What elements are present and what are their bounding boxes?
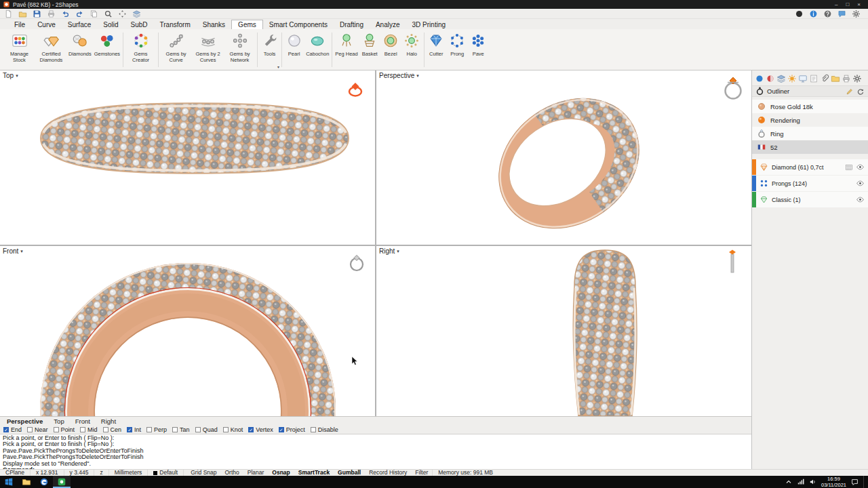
checkbox[interactable] xyxy=(80,427,85,432)
zoom-icon[interactable] xyxy=(103,9,113,18)
outliner-gem-prongs-124[interactable]: Prongs (124) xyxy=(752,176,868,191)
active-app-button[interactable] xyxy=(53,476,71,488)
tab-curve[interactable]: Curve xyxy=(31,20,62,29)
help-icon[interactable] xyxy=(823,9,832,18)
chat-icon[interactable] xyxy=(837,9,846,18)
grid-table-icon[interactable] xyxy=(845,163,853,171)
network-icon[interactable] xyxy=(797,478,805,486)
eye-icon[interactable] xyxy=(856,195,865,204)
panel-tab-sun-icon[interactable] xyxy=(787,73,797,84)
osnap-mid[interactable]: Mid xyxy=(80,426,98,433)
tab-surface[interactable]: Surface xyxy=(62,20,97,29)
close-button[interactable]: × xyxy=(857,2,861,7)
tab-3d-printing[interactable]: 3D Printing xyxy=(406,20,452,29)
panel-tab-notes-icon[interactable] xyxy=(808,73,818,84)
tab-solid[interactable]: Solid xyxy=(97,20,124,29)
osnap-point[interactable]: Point xyxy=(54,426,75,433)
viewport-tab-front[interactable]: Front xyxy=(71,418,95,425)
viewport-perspective[interactable]: Perspective ▾ xyxy=(376,70,751,245)
ribbon-button-manage-stock[interactable]: Manage Stock xyxy=(3,30,35,70)
chevron-down-icon[interactable]: ▾ xyxy=(397,249,399,254)
cplane-field[interactable]: CPlane xyxy=(0,470,31,476)
viewport-top-nav-icon[interactable] xyxy=(347,81,364,100)
ribbon-button-cutter[interactable]: Cutter xyxy=(426,30,447,70)
panel-tab-folder-icon[interactable] xyxy=(830,73,840,84)
pan-icon[interactable] xyxy=(117,9,127,18)
panel-tab-gear-icon[interactable] xyxy=(852,73,862,84)
outliner-gem-diamond-61-0-7ct[interactable]: Diamond (61) 0,7ct xyxy=(752,159,868,175)
panel-tab-layers-icon[interactable] xyxy=(776,73,786,84)
record-icon[interactable] xyxy=(794,9,804,18)
chevron-up-icon[interactable] xyxy=(785,478,793,486)
checkbox[interactable] xyxy=(146,427,152,432)
ribbon-button-certified-diamonds[interactable]: Certified Diamonds xyxy=(35,30,67,70)
ribbon-button-peg-head[interactable]: Peg Head xyxy=(334,30,359,70)
panel-tab-dot-red-icon[interactable] xyxy=(765,73,775,84)
ribbon-button-tools[interactable]: Tools▾ xyxy=(259,30,280,70)
checkbox[interactable] xyxy=(311,427,316,432)
outliner-gem-classic-1[interactable]: Classic (1) xyxy=(752,192,868,207)
layer-field[interactable]: Default xyxy=(148,470,184,476)
info-icon[interactable] xyxy=(808,9,818,18)
file-explorer-button[interactable] xyxy=(18,476,35,488)
tab-gems[interactable]: Gems xyxy=(231,20,263,29)
ribbon-button-gems-creator[interactable]: Gems Creator xyxy=(125,30,157,70)
minimize-button[interactable]: – xyxy=(835,2,837,7)
tab-transform[interactable]: Transform xyxy=(154,20,197,29)
checkbox[interactable]: ✓ xyxy=(127,427,132,432)
ribbon-button-prong[interactable]: Prong xyxy=(447,30,468,70)
ribbon-button-halo[interactable]: Halo xyxy=(401,30,422,70)
undo-icon[interactable] xyxy=(60,9,70,18)
chevron-down-icon[interactable]: ▾ xyxy=(16,73,18,79)
viewport-right-label[interactable]: Right ▾ xyxy=(379,247,399,255)
start-button[interactable] xyxy=(0,476,18,488)
osnap-vertex[interactable]: ✓Vertex xyxy=(248,426,273,433)
ribbon-button-pave[interactable]: Pave xyxy=(468,30,489,70)
osnap-project[interactable]: ✓Project xyxy=(279,426,305,433)
command-area[interactable]: Pick a point, or Enter to finish ( Flip=… xyxy=(0,434,751,469)
action-center-icon[interactable] xyxy=(850,478,859,487)
viewport-right[interactable]: Right ▾ xyxy=(376,246,751,416)
ribbon-button-gemstones[interactable]: Gemstones xyxy=(93,30,121,70)
viewport-perspective-nav-icon[interactable] xyxy=(722,76,745,103)
tab-shanks[interactable]: Shanks xyxy=(197,20,231,29)
viewport-tab-perspective[interactable]: Perspective xyxy=(2,418,47,425)
checkbox[interactable] xyxy=(54,427,59,432)
viewport-perspective-label[interactable]: Perspective ▾ xyxy=(379,72,419,79)
checkbox[interactable] xyxy=(223,427,229,432)
panel-tab-print-icon[interactable] xyxy=(841,73,851,84)
osnap-knot[interactable]: Knot xyxy=(223,426,243,433)
ribbon-button-diamonds[interactable]: Diamonds xyxy=(67,30,93,70)
ribbon-button-cabochon[interactable]: Cabochon xyxy=(304,30,330,70)
ribbon-button-gems-by-2-curves[interactable]: Gems by 2 Curves xyxy=(192,30,224,70)
ribbon-button-pearl[interactable]: Pearl xyxy=(283,30,304,70)
chevron-down-icon[interactable]: ▾ xyxy=(416,73,419,79)
chevron-down-icon[interactable]: ▾ xyxy=(20,249,23,254)
tab-drafting[interactable]: Drafting xyxy=(334,20,370,29)
tab-subd[interactable]: SubD xyxy=(125,20,154,29)
save-icon[interactable] xyxy=(32,9,41,18)
checkbox[interactable] xyxy=(27,427,33,432)
ribbon-button-gems-by-network[interactable]: Gems by Network xyxy=(224,30,256,70)
copy-icon[interactable] xyxy=(89,9,98,18)
checkbox[interactable]: ✓ xyxy=(248,427,254,432)
status-toggle-ortho[interactable]: Ortho xyxy=(221,470,243,476)
eye-icon[interactable] xyxy=(856,163,865,171)
viewport-top[interactable]: Top ▾ xyxy=(0,70,375,245)
redo-icon[interactable] xyxy=(75,9,84,18)
panel-tab-display-icon[interactable] xyxy=(797,73,808,84)
new-file-icon[interactable] xyxy=(3,9,13,18)
osnap-tan[interactable]: Tan xyxy=(172,426,190,433)
osnap-int[interactable]: ✓Int xyxy=(127,426,141,433)
tab-file[interactable]: File xyxy=(8,20,31,29)
status-toggle-planar[interactable]: Planar xyxy=(243,470,269,476)
eye-icon[interactable] xyxy=(856,179,865,188)
status-toggle-filter[interactable]: Filter xyxy=(411,470,432,476)
status-toggle-grid-snap[interactable]: Grid Snap xyxy=(186,470,220,476)
checkbox[interactable] xyxy=(172,427,178,432)
checkbox[interactable]: ✓ xyxy=(279,427,284,432)
volume-icon[interactable] xyxy=(809,478,817,486)
ribbon-button-bezel[interactable]: Bezel xyxy=(380,30,401,70)
outliner-item-rendering[interactable]: Rendering xyxy=(752,113,868,127)
viewport-top-label[interactable]: Top ▾ xyxy=(3,72,18,79)
